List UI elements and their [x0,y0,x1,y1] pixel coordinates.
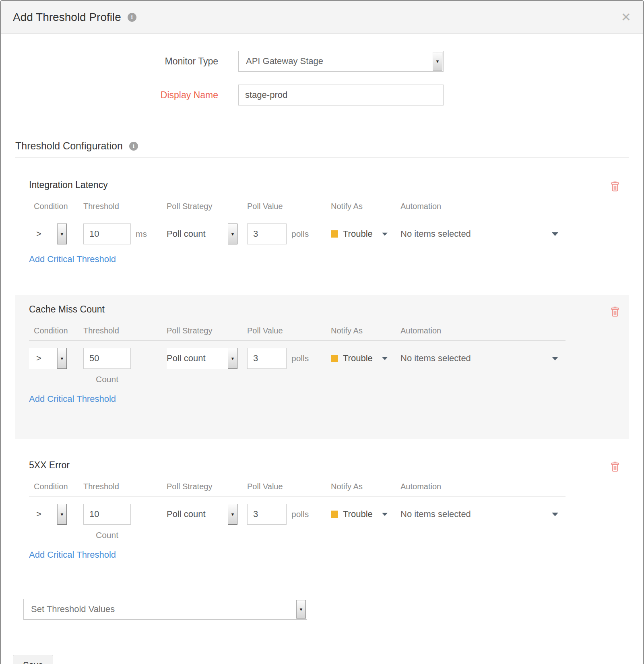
set-threshold-values-value: Set Threshold Values [31,604,115,614]
chevron-down-icon: ▼ [433,52,442,70]
threshold-row: > ▼ Count Poll count ▼ [29,504,629,540]
poll-strategy-select[interactable]: Poll count ▼ [167,223,237,244]
threshold-table-header: Condition Threshold Poll Strategy Poll V… [29,202,566,216]
notify-as-value: Trouble [343,509,373,519]
chevron-down-icon[interactable] [382,357,388,360]
close-icon[interactable]: ✕ [621,11,631,23]
notify-as-value: Trouble [343,353,373,364]
chevron-down-icon: ▼ [228,223,237,244]
column-header-threshold: Threshold [83,202,167,211]
display-name-row: Display Name [15,85,629,105]
poll-value-input[interactable] [247,223,287,244]
column-header-threshold: Threshold [83,482,167,491]
poll-strategy-select[interactable]: Poll count ▼ [167,504,237,525]
column-header-poll-strategy: Poll Strategy [167,482,247,491]
poll-strategy-select[interactable]: Poll count ▼ [167,348,237,369]
column-header-automation: Automation [400,482,566,491]
chevron-down-icon[interactable] [382,232,388,236]
section-title: Threshold Configuration [15,140,123,152]
threshold-block-cache-miss-count: Cache Miss Count Condition Threshold Pol… [15,295,629,439]
trouble-color-swatch [331,230,338,238]
chevron-down-icon[interactable] [382,513,388,516]
chevron-down-icon: ▼ [57,223,67,244]
threshold-row: > ▼ ms Poll count ▼ [29,223,629,244]
delete-threshold-button[interactable] [609,460,621,474]
monitor-type-label: Monitor Type [15,56,238,67]
threshold-input[interactable] [83,223,131,244]
chevron-down-icon [552,513,558,516]
monitor-type-select[interactable]: API Gateway Stage ▼ [238,51,444,72]
trash-icon [609,305,621,317]
add-critical-threshold-link[interactable]: Add Critical Threshold [29,254,116,265]
threshold-block-title: 5XX Error [29,460,629,471]
column-header-poll-value: Poll Value [247,482,331,491]
automation-select[interactable]: No items selected [400,223,566,244]
poll-value-input[interactable] [247,504,287,525]
poll-value-unit: polls [291,354,309,363]
monitor-type-row: Monitor Type API Gateway Stage ▼ [15,51,629,72]
automation-select[interactable]: No items selected [400,348,566,369]
column-header-poll-value: Poll Value [247,326,331,335]
chevron-down-icon [552,232,558,236]
set-threshold-values-select[interactable]: Set Threshold Values ▼ [23,599,307,620]
section-divider [15,157,629,158]
column-header-condition: Condition [29,482,83,491]
info-icon[interactable]: i [128,13,136,22]
threshold-block-title: Cache Miss Count [29,304,615,315]
trash-icon [609,180,621,192]
threshold-block-integration-latency: Integration Latency Condition Threshold … [15,180,629,265]
automation-value: No items selected [400,509,471,519]
column-header-condition: Condition [29,326,83,335]
monitor-type-value: API Gateway Stage [246,56,323,66]
delete-threshold-button[interactable] [609,180,621,193]
chevron-down-icon: ▼ [57,504,67,525]
threshold-unit: Count [83,530,131,540]
automation-select[interactable]: No items selected [400,504,566,525]
chevron-down-icon: ▼ [296,600,306,618]
poll-value-input[interactable] [247,348,287,369]
info-icon[interactable]: i [129,142,138,151]
trouble-color-swatch [331,511,338,518]
column-header-condition: Condition [29,202,83,211]
threshold-configuration-heading: Threshold Configuration i [15,140,629,152]
threshold-input[interactable] [83,504,131,525]
column-header-notify-as: Notify As [331,482,400,491]
add-critical-threshold-link[interactable]: Add Critical Threshold [29,550,116,560]
column-header-poll-value: Poll Value [247,202,331,211]
trouble-color-swatch [331,355,338,362]
condition-select[interactable]: > ▼ [29,504,67,525]
threshold-table-header: Condition Threshold Poll Strategy Poll V… [29,326,566,341]
automation-value: No items selected [400,229,471,239]
threshold-unit: Count [83,374,131,384]
display-name-input[interactable] [238,85,444,105]
threshold-block-5xx-error: 5XX Error Condition Threshold Poll Strat… [15,460,629,560]
threshold-unit: ms [136,229,147,239]
column-header-notify-as: Notify As [331,202,400,211]
threshold-table-header: Condition Threshold Poll Strategy Poll V… [29,482,566,496]
add-threshold-profile-modal: Add Threshold Profile i ✕ Monitor Type A… [0,0,644,664]
column-header-automation: Automation [400,202,566,211]
column-header-poll-strategy: Poll Strategy [167,202,247,211]
condition-select[interactable]: > ▼ [29,223,67,244]
column-header-automation: Automation [400,326,566,335]
automation-value: No items selected [400,353,471,364]
chevron-down-icon: ▼ [228,348,237,369]
threshold-input[interactable] [83,348,131,369]
poll-value-unit: polls [291,509,309,519]
column-header-threshold: Threshold [83,326,167,335]
threshold-block-title: Integration Latency [29,180,629,190]
column-header-notify-as: Notify As [331,326,400,335]
notify-as-value: Trouble [343,229,373,239]
condition-select[interactable]: > ▼ [29,348,67,369]
save-button[interactable]: Save [13,655,53,664]
delete-threshold-button[interactable] [609,305,621,319]
modal-body: Monitor Type API Gateway Stage ▼ Display… [1,34,643,644]
add-critical-threshold-link[interactable]: Add Critical Threshold [29,394,116,404]
chevron-down-icon [552,357,558,360]
column-header-poll-strategy: Poll Strategy [167,326,247,335]
page-title: Add Threshold Profile [13,11,121,24]
poll-value-unit: polls [291,229,309,239]
chevron-down-icon: ▼ [57,348,67,369]
trash-icon [609,460,621,472]
modal-header: Add Threshold Profile i ✕ [1,1,643,34]
